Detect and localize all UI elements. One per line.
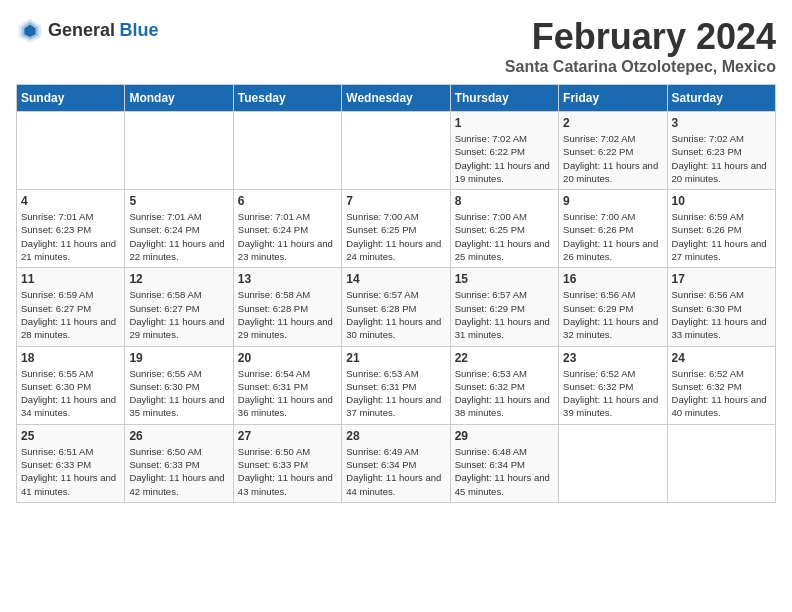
day-number: 11 <box>21 272 120 286</box>
day-info: Sunrise: 6:58 AMSunset: 6:27 PMDaylight:… <box>129 288 228 341</box>
logo-blue: Blue <box>120 20 159 40</box>
logo-general: General <box>48 20 115 40</box>
day-header-thursday: Thursday <box>450 85 558 112</box>
day-info: Sunrise: 7:02 AMSunset: 6:22 PMDaylight:… <box>563 132 662 185</box>
day-info: Sunrise: 6:59 AMSunset: 6:26 PMDaylight:… <box>672 210 771 263</box>
day-info: Sunrise: 6:55 AMSunset: 6:30 PMDaylight:… <box>129 367 228 420</box>
calendar-cell: 20Sunrise: 6:54 AMSunset: 6:31 PMDayligh… <box>233 346 341 424</box>
calendar-cell <box>125 112 233 190</box>
day-number: 2 <box>563 116 662 130</box>
month-year: February 2024 <box>505 16 776 58</box>
day-number: 4 <box>21 194 120 208</box>
page-header: General Blue February 2024 Santa Catarin… <box>16 16 776 76</box>
day-info: Sunrise: 6:58 AMSunset: 6:28 PMDaylight:… <box>238 288 337 341</box>
day-info: Sunrise: 6:57 AMSunset: 6:28 PMDaylight:… <box>346 288 445 341</box>
day-number: 20 <box>238 351 337 365</box>
day-info: Sunrise: 7:00 AMSunset: 6:26 PMDaylight:… <box>563 210 662 263</box>
calendar-body: 1Sunrise: 7:02 AMSunset: 6:22 PMDaylight… <box>17 112 776 503</box>
day-info: Sunrise: 7:02 AMSunset: 6:22 PMDaylight:… <box>455 132 554 185</box>
day-number: 6 <box>238 194 337 208</box>
calendar-cell: 13Sunrise: 6:58 AMSunset: 6:28 PMDayligh… <box>233 268 341 346</box>
calendar-week-4: 18Sunrise: 6:55 AMSunset: 6:30 PMDayligh… <box>17 346 776 424</box>
day-number: 15 <box>455 272 554 286</box>
day-number: 22 <box>455 351 554 365</box>
day-info: Sunrise: 6:56 AMSunset: 6:29 PMDaylight:… <box>563 288 662 341</box>
day-info: Sunrise: 7:00 AMSunset: 6:25 PMDaylight:… <box>455 210 554 263</box>
day-number: 14 <box>346 272 445 286</box>
day-number: 26 <box>129 429 228 443</box>
calendar-cell: 11Sunrise: 6:59 AMSunset: 6:27 PMDayligh… <box>17 268 125 346</box>
calendar-week-3: 11Sunrise: 6:59 AMSunset: 6:27 PMDayligh… <box>17 268 776 346</box>
day-number: 3 <box>672 116 771 130</box>
calendar-cell <box>233 112 341 190</box>
calendar-cell: 5Sunrise: 7:01 AMSunset: 6:24 PMDaylight… <box>125 190 233 268</box>
calendar-cell: 6Sunrise: 7:01 AMSunset: 6:24 PMDaylight… <box>233 190 341 268</box>
day-info: Sunrise: 6:50 AMSunset: 6:33 PMDaylight:… <box>129 445 228 498</box>
calendar-cell: 3Sunrise: 7:02 AMSunset: 6:23 PMDaylight… <box>667 112 775 190</box>
day-header-wednesday: Wednesday <box>342 85 450 112</box>
day-number: 29 <box>455 429 554 443</box>
day-number: 12 <box>129 272 228 286</box>
day-number: 27 <box>238 429 337 443</box>
day-header-saturday: Saturday <box>667 85 775 112</box>
calendar-cell <box>342 112 450 190</box>
day-info: Sunrise: 6:53 AMSunset: 6:31 PMDaylight:… <box>346 367 445 420</box>
day-number: 5 <box>129 194 228 208</box>
day-info: Sunrise: 7:02 AMSunset: 6:23 PMDaylight:… <box>672 132 771 185</box>
calendar-cell: 18Sunrise: 6:55 AMSunset: 6:30 PMDayligh… <box>17 346 125 424</box>
day-info: Sunrise: 6:51 AMSunset: 6:33 PMDaylight:… <box>21 445 120 498</box>
day-info: Sunrise: 7:01 AMSunset: 6:24 PMDaylight:… <box>238 210 337 263</box>
day-number: 13 <box>238 272 337 286</box>
calendar-cell: 17Sunrise: 6:56 AMSunset: 6:30 PMDayligh… <box>667 268 775 346</box>
day-header-sunday: Sunday <box>17 85 125 112</box>
calendar-cell: 7Sunrise: 7:00 AMSunset: 6:25 PMDaylight… <box>342 190 450 268</box>
calendar-week-2: 4Sunrise: 7:01 AMSunset: 6:23 PMDaylight… <box>17 190 776 268</box>
calendar-week-5: 25Sunrise: 6:51 AMSunset: 6:33 PMDayligh… <box>17 424 776 502</box>
calendar-table: SundayMondayTuesdayWednesdayThursdayFrid… <box>16 84 776 503</box>
calendar-cell: 4Sunrise: 7:01 AMSunset: 6:23 PMDaylight… <box>17 190 125 268</box>
logo: General Blue <box>16 16 159 44</box>
day-number: 23 <box>563 351 662 365</box>
calendar-cell: 9Sunrise: 7:00 AMSunset: 6:26 PMDaylight… <box>559 190 667 268</box>
day-info: Sunrise: 6:52 AMSunset: 6:32 PMDaylight:… <box>563 367 662 420</box>
day-info: Sunrise: 6:48 AMSunset: 6:34 PMDaylight:… <box>455 445 554 498</box>
day-number: 8 <box>455 194 554 208</box>
calendar-cell <box>17 112 125 190</box>
calendar-cell: 10Sunrise: 6:59 AMSunset: 6:26 PMDayligh… <box>667 190 775 268</box>
day-info: Sunrise: 6:56 AMSunset: 6:30 PMDaylight:… <box>672 288 771 341</box>
day-header-tuesday: Tuesday <box>233 85 341 112</box>
calendar-cell: 24Sunrise: 6:52 AMSunset: 6:32 PMDayligh… <box>667 346 775 424</box>
day-number: 1 <box>455 116 554 130</box>
calendar-cell: 14Sunrise: 6:57 AMSunset: 6:28 PMDayligh… <box>342 268 450 346</box>
day-info: Sunrise: 6:50 AMSunset: 6:33 PMDaylight:… <box>238 445 337 498</box>
calendar-cell: 29Sunrise: 6:48 AMSunset: 6:34 PMDayligh… <box>450 424 558 502</box>
day-info: Sunrise: 6:59 AMSunset: 6:27 PMDaylight:… <box>21 288 120 341</box>
day-number: 19 <box>129 351 228 365</box>
day-info: Sunrise: 6:54 AMSunset: 6:31 PMDaylight:… <box>238 367 337 420</box>
calendar-cell: 26Sunrise: 6:50 AMSunset: 6:33 PMDayligh… <box>125 424 233 502</box>
day-number: 7 <box>346 194 445 208</box>
calendar-cell: 15Sunrise: 6:57 AMSunset: 6:29 PMDayligh… <box>450 268 558 346</box>
logo-text: General Blue <box>48 20 159 41</box>
calendar-cell: 16Sunrise: 6:56 AMSunset: 6:29 PMDayligh… <box>559 268 667 346</box>
calendar-cell: 25Sunrise: 6:51 AMSunset: 6:33 PMDayligh… <box>17 424 125 502</box>
day-number: 24 <box>672 351 771 365</box>
calendar-cell: 1Sunrise: 7:02 AMSunset: 6:22 PMDaylight… <box>450 112 558 190</box>
calendar-cell: 22Sunrise: 6:53 AMSunset: 6:32 PMDayligh… <box>450 346 558 424</box>
day-info: Sunrise: 7:01 AMSunset: 6:24 PMDaylight:… <box>129 210 228 263</box>
calendar-cell <box>667 424 775 502</box>
logo-icon <box>16 16 44 44</box>
calendar-week-1: 1Sunrise: 7:02 AMSunset: 6:22 PMDaylight… <box>17 112 776 190</box>
day-number: 9 <box>563 194 662 208</box>
day-info: Sunrise: 6:55 AMSunset: 6:30 PMDaylight:… <box>21 367 120 420</box>
title-block: February 2024 Santa Catarina Otzolotepec… <box>505 16 776 76</box>
day-header-monday: Monday <box>125 85 233 112</box>
day-info: Sunrise: 7:01 AMSunset: 6:23 PMDaylight:… <box>21 210 120 263</box>
day-number: 25 <box>21 429 120 443</box>
day-number: 18 <box>21 351 120 365</box>
calendar-cell: 21Sunrise: 6:53 AMSunset: 6:31 PMDayligh… <box>342 346 450 424</box>
calendar-cell: 19Sunrise: 6:55 AMSunset: 6:30 PMDayligh… <box>125 346 233 424</box>
location: Santa Catarina Otzolotepec, Mexico <box>505 58 776 76</box>
calendar-header: SundayMondayTuesdayWednesdayThursdayFrid… <box>17 85 776 112</box>
day-number: 10 <box>672 194 771 208</box>
